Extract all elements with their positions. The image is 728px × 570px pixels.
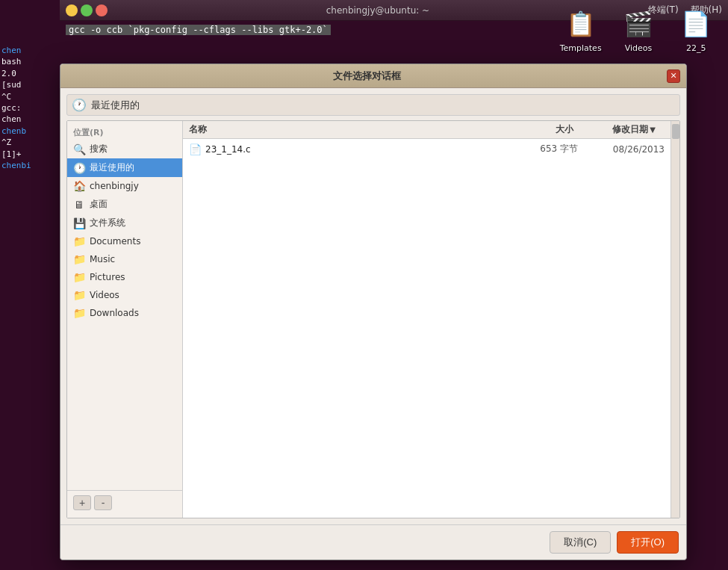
- location-icon: 🕐: [72, 98, 87, 112]
- column-header-date[interactable]: 修改日期 ▼: [573, 123, 656, 136]
- sidebar-downloads-label: Downloads: [90, 308, 139, 318]
- scrollbar-thumb[interactable]: [672, 124, 679, 139]
- videos-icon: 🎬: [620, 6, 656, 42]
- sidebar-documents-label: Documents: [90, 236, 140, 247]
- sort-arrow-icon: ▼: [650, 126, 656, 134]
- desktop-icon-templates[interactable]: 📋 Templates: [555, 6, 606, 53]
- sidebar-recent-label: 最近使用的: [90, 161, 134, 174]
- sidebar-item-pictures[interactable]: 📁 Pictures: [67, 268, 182, 286]
- desktop-icon: 🖥: [73, 199, 85, 211]
- sidebar-desktop-label: 桌面: [90, 198, 108, 211]
- file-chooser-dialog: 文件选择对话框 ✕ 🕐 最近使用的 位置(R) 🔍 搜索 🕐 最近使用的: [60, 63, 687, 560]
- sidebar-pictures-label: Pictures: [90, 272, 125, 282]
- minimize-button[interactable]: [66, 4, 78, 16]
- location-bar: 🕐 最近使用的: [66, 94, 680, 116]
- add-bookmark-button[interactable]: +: [73, 495, 91, 510]
- search-icon: 🔍: [73, 143, 85, 155]
- dialog-main-panel: 位置(R) 🔍 搜索 🕐 最近使用的 🏠 chenbingjy 🖥 桌面: [66, 120, 680, 518]
- home-icon: 🏠: [73, 180, 85, 192]
- sidebar-music-label: Music: [90, 254, 115, 264]
- close-button[interactable]: [96, 4, 108, 16]
- terminal-command-line: gcc -o ccb `pkg-config --cflags --libs g…: [66, 25, 331, 35]
- videos-folder-icon: 📁: [73, 289, 85, 301]
- open-button[interactable]: 打开(O): [617, 531, 679, 554]
- file-c-icon: 📄: [189, 143, 201, 155]
- file-22-5-label: 22_5: [686, 43, 706, 53]
- sidebar-search-label: 搜索: [90, 143, 108, 155]
- sidebar-item-documents[interactable]: 📁 Documents: [67, 232, 182, 250]
- sidebar-item-search[interactable]: 🔍 搜索: [67, 140, 182, 158]
- sidebar-item-downloads[interactable]: 📁 Downloads: [67, 304, 182, 322]
- column-header-name[interactable]: 名称: [189, 123, 514, 136]
- file-area: 名称 大小 修改日期 ▼ 📄 23_1_14.c 653 字节 08/26/20…: [183, 121, 671, 518]
- sidebar-item-filesystem[interactable]: 💾 文件系统: [67, 214, 182, 232]
- recent-icon: 🕐: [73, 162, 85, 174]
- sidebar-videos-label: Videos: [90, 290, 119, 300]
- templates-label: Templates: [560, 43, 602, 53]
- scrollbar-track[interactable]: [671, 121, 679, 518]
- file-list: 📄 23_1_14.c 653 字节 08/26/2013: [183, 139, 671, 518]
- sidebar-bottom-controls: + -: [67, 490, 182, 515]
- templates-icon: 📋: [563, 6, 599, 42]
- sidebar-item-desktop[interactable]: 🖥 桌面: [67, 195, 182, 214]
- dialog-close-button[interactable]: ✕: [667, 69, 680, 83]
- music-folder-icon: 📁: [73, 253, 85, 265]
- sidebar-item-chenbingjy[interactable]: 🏠 chenbingjy: [67, 177, 182, 195]
- desktop-icon-22-5[interactable]: 📄 22_5: [671, 6, 722, 53]
- sidebar-item-videos[interactable]: 📁 Videos: [67, 286, 182, 304]
- dialog-titlebar: 文件选择对话框 ✕: [60, 64, 686, 88]
- desktop-icon-videos[interactable]: 🎬 Videos: [612, 6, 664, 53]
- sidebar-item-recent[interactable]: 🕐 最近使用的: [67, 158, 182, 177]
- documents-folder-icon: 📁: [73, 235, 85, 247]
- maximize-button[interactable]: [81, 4, 93, 16]
- sidebar-header: 位置(R): [67, 124, 182, 140]
- filesystem-icon: 💾: [73, 217, 85, 229]
- file-name: 23_1_14.c: [205, 144, 514, 155]
- column-header-size[interactable]: 大小: [514, 123, 573, 136]
- sidebar: 位置(R) 🔍 搜索 🕐 最近使用的 🏠 chenbingjy 🖥 桌面: [67, 121, 183, 518]
- cancel-button[interactable]: 取消(C): [550, 531, 611, 554]
- sidebar-item-music[interactable]: 📁 Music: [67, 250, 182, 268]
- sidebar-filesystem-label: 文件系统: [90, 217, 125, 229]
- sidebar-chenbingjy-label: chenbingjy: [90, 181, 139, 191]
- file-column-headers: 名称 大小 修改日期 ▼: [183, 121, 671, 139]
- terminal-window-controls: [66, 4, 108, 16]
- dialog-title: 文件选择对话框: [66, 69, 667, 83]
- file-date: 08/26/2013: [582, 144, 665, 155]
- videos-label: Videos: [625, 43, 653, 53]
- downloads-folder-icon: 📁: [73, 307, 85, 319]
- terminal-left: chen bash 2.0 [sud ^C gcc: chen chenb ^Z…: [0, 0, 60, 570]
- pictures-folder-icon: 📁: [73, 271, 85, 283]
- file-22-5-icon: 📄: [678, 6, 714, 42]
- file-size: 653 字节: [518, 143, 578, 155]
- location-label: 最近使用的: [91, 99, 140, 112]
- table-row[interactable]: 📄 23_1_14.c 653 字节 08/26/2013: [183, 140, 671, 158]
- dialog-footer: 取消(C) 打开(O): [60, 524, 686, 560]
- dialog-body: 🕐 最近使用的 位置(R) 🔍 搜索 🕐 最近使用的 🏠 chenbingjy: [60, 88, 686, 524]
- remove-bookmark-button[interactable]: -: [94, 495, 112, 510]
